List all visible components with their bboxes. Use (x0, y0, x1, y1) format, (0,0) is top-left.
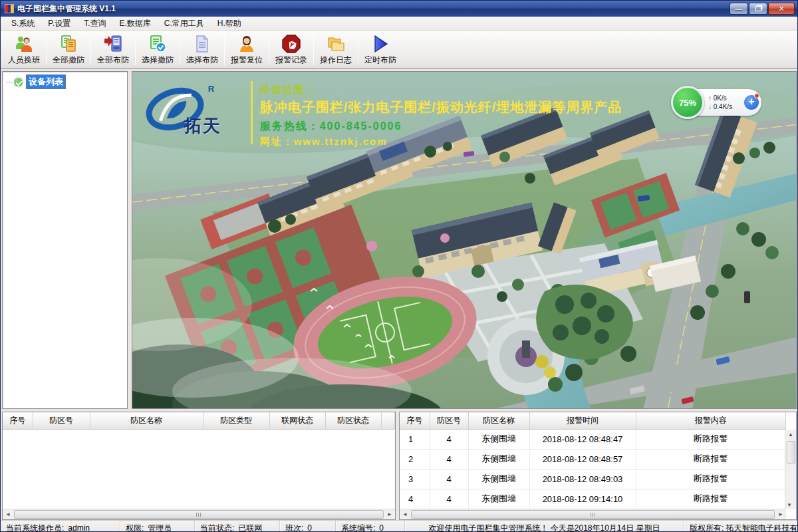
alarm-table-hscrollbar[interactable]: ◄ ► (400, 509, 786, 519)
column-header[interactable]: 报警时间 (529, 412, 636, 429)
tool-label: 全部撤防 (53, 55, 84, 66)
scroll-left-arrow[interactable]: ◄ (400, 509, 410, 520)
column-header[interactable]: 防区号 (430, 412, 468, 429)
select-arm-button[interactable]: 选择布防 (182, 32, 223, 68)
menu-help[interactable]: H.帮助 (211, 17, 248, 31)
menu-bar: S.系统 P.设置 T.查询 E.数据库 C.常用工具 H.帮助 (1, 17, 797, 31)
select-disarm-button[interactable]: 选择撤防 (137, 32, 178, 68)
menu-tools[interactable]: C.常用工具 (158, 17, 211, 31)
device-tree-root[interactable]: ┄┄ 设备列表 (3, 72, 127, 90)
alarm-table-vscrollbar[interactable]: ▲ ▼ (785, 430, 796, 509)
table-cell[interactable]: 4 (430, 429, 468, 449)
scroll-right-arrow[interactable]: ► (775, 509, 786, 520)
device-tree-root-label[interactable]: 设备列表 (26, 74, 66, 89)
toolbar-separator (46, 35, 47, 65)
alarm-table-panel: 序号防区号防区名称报警时间报警内容 14东侧围墙2018-08-12 08:48… (399, 412, 797, 520)
alarm-record-button[interactable]: 报警记录 (271, 32, 312, 68)
column-header[interactable]: 防区类型 (203, 412, 269, 429)
table-cell[interactable]: 东侧围墙 (468, 489, 529, 509)
alarm-reset-button[interactable]: 报警复位 (226, 32, 267, 68)
zone-status-table: 序号防区号防区名称防区类型联网状态防区状态 (3, 412, 395, 430)
scroll-right-arrow[interactable]: ► (384, 509, 395, 520)
table-cell[interactable]: 3 (400, 469, 430, 489)
disarm-all-button[interactable]: 全部撤防 (48, 32, 89, 68)
alarm-table-header-row: 序号防区号防区名称报警时间报警内容 (400, 412, 786, 429)
service-hotline: 服务热线：400-845-0006 (260, 120, 402, 134)
column-header[interactable]: 防区名称 (468, 412, 529, 429)
arm-all-button[interactable]: 全部布防 (92, 32, 134, 68)
table-row[interactable]: 44东侧围墙2018-08-12 09:14:10断路报警 (400, 489, 786, 509)
table-cell[interactable]: 2 (400, 449, 430, 469)
status-permission: 权限: 管理员 (120, 521, 195, 532)
scroll-left-arrow[interactable]: ◄ (3, 509, 13, 520)
scrollbar-thumb[interactable] (787, 441, 795, 464)
table-cell[interactable]: 东侧围墙 (468, 469, 529, 489)
maximize-button[interactable] (749, 3, 767, 15)
column-header[interactable]: 序号 (400, 412, 430, 429)
scroll-down-arrow[interactable]: ▼ (785, 498, 796, 509)
staff-shift-button[interactable]: 人员换班 (3, 32, 45, 68)
column-header[interactable]: 防区名称 (90, 412, 203, 429)
toolbar-separator (180, 35, 180, 65)
operation-log-icon (326, 34, 346, 54)
operation-log-button[interactable]: 操作日志 (315, 32, 356, 68)
tool-label: 报警记录 (275, 55, 307, 66)
staff-shift-icon (14, 34, 34, 54)
timed-arm-button[interactable]: 定时布防 (360, 32, 401, 68)
menu-settings[interactable]: P.设置 (41, 17, 77, 31)
download-speed: 0.4K/s (714, 103, 732, 110)
column-header[interactable]: 报警内容 (636, 412, 786, 429)
table-row[interactable]: 34东侧围墙2018-08-12 08:49:03断路报警 (400, 469, 786, 489)
column-header[interactable]: 序号 (3, 412, 33, 429)
column-header[interactable] (381, 412, 395, 429)
shift-value: 0 (307, 523, 312, 532)
table-cell[interactable]: 4 (430, 469, 468, 489)
scrollbar-thumb[interactable] (411, 510, 775, 519)
table-cell[interactable]: 断路报警 (636, 469, 786, 489)
column-header[interactable]: 防区号 (33, 412, 90, 429)
memory-percent-badge[interactable]: 75% (671, 86, 704, 119)
network-speed-widget[interactable]: 75% ↑ 0K/s ↓ 0.4K/s + (683, 89, 761, 116)
table-cell[interactable]: 断路报警 (636, 429, 786, 449)
table-cell[interactable]: 2018-08-12 08:48:47 (529, 429, 636, 449)
upload-speed: 0K/s (714, 94, 727, 102)
menu-database[interactable]: E.数据库 (112, 17, 157, 31)
business-scope-label: 经营范围： (260, 84, 317, 96)
status-connection: 当前状态: 已联网 (195, 521, 280, 532)
close-button[interactable]: ✕ (768, 3, 795, 15)
column-header[interactable]: 联网状态 (269, 412, 325, 429)
zone-table-hscrollbar[interactable]: ◄ ► (3, 509, 395, 519)
alarm-record-icon (281, 34, 301, 54)
table-cell[interactable]: 4 (430, 489, 468, 509)
table-cell[interactable]: 断路报警 (636, 489, 786, 509)
table-cell[interactable]: 2018-08-12 09:14:10 (529, 489, 636, 509)
toolbar-separator (90, 35, 91, 65)
table-row[interactable]: 24东侧围墙2018-08-12 08:48:57断路报警 (400, 449, 786, 469)
table-cell[interactable]: 4 (430, 449, 468, 469)
zone-table-header-row: 序号防区号防区名称防区类型联网状态防区状态 (3, 412, 395, 429)
column-header[interactable]: 防区状态 (325, 412, 381, 429)
table-cell[interactable]: 4 (400, 489, 430, 509)
permission-label: 权限: (126, 523, 144, 532)
table-cell[interactable]: 2018-08-12 08:49:03 (529, 469, 636, 489)
table-cell[interactable]: 断路报警 (636, 449, 786, 469)
connection-value: 已联网 (238, 523, 262, 532)
menu-query[interactable]: T.查询 (77, 17, 112, 31)
scrollbar-thumb[interactable] (14, 510, 384, 519)
table-cell[interactable]: 2018-08-12 08:48:57 (529, 449, 636, 469)
scroll-up-arrow[interactable]: ▲ (785, 430, 796, 440)
app-window: 电子围栏集中管理系统 V1.1 — ✕ S.系统 P.设置 T.查询 E.数据库… (0, 0, 798, 532)
tool-label: 全部布防 (97, 55, 129, 66)
table-cell[interactable]: 东侧围墙 (468, 429, 529, 449)
tool-label: 报警复位 (231, 55, 263, 66)
toolbar-separator (313, 35, 314, 65)
shift-label: 班次: (285, 523, 303, 532)
status-welcome: 欢迎使用电子围栏集中管理系统！ 今天是2018年10月14日 星期日 (405, 521, 684, 532)
minimize-button[interactable]: — (730, 3, 748, 15)
zone-status-table-panel: 序号防区号防区名称防区类型联网状态防区状态 ◄ ► (2, 412, 396, 520)
menu-system[interactable]: S.系统 (5, 17, 41, 31)
table-cell[interactable]: 东侧围墙 (468, 449, 529, 469)
table-row[interactable]: 14东侧围墙2018-08-12 08:48:47断路报警 (400, 429, 786, 449)
table-cell[interactable]: 1 (400, 429, 430, 449)
disarm-all-icon (59, 34, 78, 54)
